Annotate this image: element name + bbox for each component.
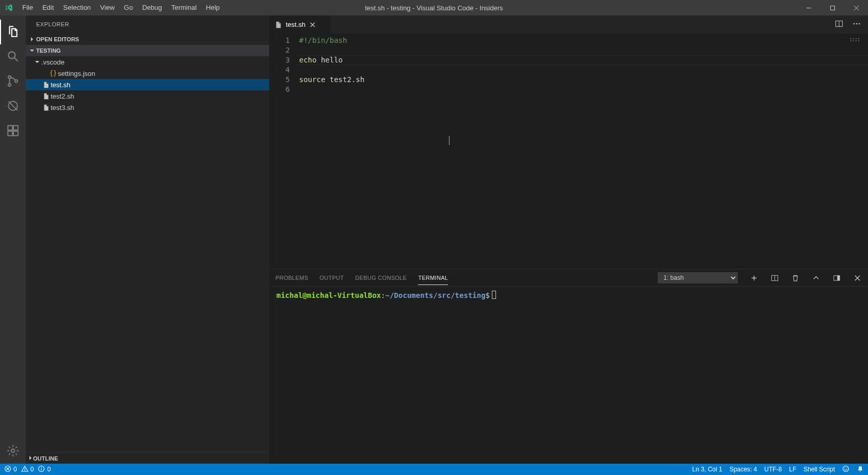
terminal-selector[interactable]: 1: bash xyxy=(658,272,738,283)
activity-extensions[interactable] xyxy=(0,119,26,144)
bell-icon xyxy=(857,465,864,474)
new-terminal-icon[interactable] xyxy=(749,274,758,282)
bottom-panel: PROBLEMS OUTPUT DEBUG CONSOLE TERMINAL 1… xyxy=(269,269,868,464)
svg-point-4 xyxy=(15,80,18,82)
window-maximize[interactable] xyxy=(820,0,844,15)
editor[interactable]: 123456 #!/bin/bashecho hellosource test2… xyxy=(269,34,868,269)
tree-item-label: .vscode xyxy=(41,58,65,66)
panel-tab-output[interactable]: OUTPUT xyxy=(320,275,344,281)
terminal-user-host: michal@michal-VirtualBox xyxy=(276,291,381,299)
file-tree: .vscode{}settings.jsontest.shtest2.shtes… xyxy=(26,56,269,452)
close-icon[interactable] xyxy=(308,22,317,28)
editor-tab-actions xyxy=(828,15,868,34)
sidebar-explorer: EXPLORER OPEN EDITORS TESTING .vscode{}s… xyxy=(26,15,269,464)
status-notifications[interactable] xyxy=(857,465,864,474)
text-cursor xyxy=(449,136,450,145)
kill-terminal-icon[interactable] xyxy=(791,274,800,282)
svg-point-30 xyxy=(843,466,849,471)
panel-close-icon[interactable] xyxy=(853,274,862,282)
svg-point-10 xyxy=(11,449,15,452)
activity-settings[interactable] xyxy=(0,439,26,464)
tree-folder[interactable]: .vscode xyxy=(26,56,269,68)
status-feedback[interactable] xyxy=(842,465,849,474)
menu-selection[interactable]: Selection xyxy=(58,0,95,15)
svg-point-3 xyxy=(8,84,11,86)
menu-go[interactable]: Go xyxy=(119,0,137,15)
code-line[interactable]: echo hello xyxy=(299,55,868,65)
panel-move-icon[interactable] xyxy=(832,274,841,282)
panel-tab-debug-console[interactable]: DEBUG CONSOLE xyxy=(355,275,407,281)
status-encoding[interactable]: UTF-8 xyxy=(764,466,782,473)
status-errors[interactable]: 0 xyxy=(4,465,17,474)
menu-edit[interactable]: Edit xyxy=(38,0,58,15)
split-terminal-icon[interactable] xyxy=(770,274,779,282)
code-line[interactable] xyxy=(299,85,868,94)
code-area[interactable]: #!/bin/bashecho hellosource test2.sh xyxy=(299,34,868,269)
tree-item-label: test3.sh xyxy=(51,104,74,112)
section-outline[interactable]: OUTLINE xyxy=(26,452,269,464)
svg-point-12 xyxy=(854,23,855,25)
gutter: 123456 xyxy=(269,34,299,269)
panel-tab-terminal[interactable]: TERMINAL xyxy=(418,275,448,285)
terminal[interactable]: michal@michal-VirtualBox:~/Documents/src… xyxy=(269,287,868,464)
more-icon[interactable] xyxy=(853,20,861,29)
svg-rect-6 xyxy=(8,125,12,130)
json-icon: {} xyxy=(49,70,58,77)
tree-item-label: settings.json xyxy=(58,70,95,77)
activity-search[interactable] xyxy=(0,44,26,69)
gear-icon xyxy=(6,444,20,459)
file-icon xyxy=(41,104,51,111)
chevron-right-icon xyxy=(28,37,36,42)
status-info-count: 0 xyxy=(47,466,51,473)
status-cursor[interactable]: Ln 3, Col 1 xyxy=(692,466,722,473)
status-bar: 0 0 0 Ln 3, Col 1 Spaces: 4 UTF-8 LF She… xyxy=(0,464,868,475)
git-icon xyxy=(6,74,20,89)
file-icon xyxy=(41,82,51,88)
menu-view[interactable]: View xyxy=(96,0,119,15)
activity-source-control[interactable] xyxy=(0,69,26,94)
code-line[interactable]: #!/bin/bash xyxy=(299,36,868,45)
smiley-icon xyxy=(842,465,849,474)
window-close[interactable] xyxy=(844,0,868,15)
menu-file[interactable]: File xyxy=(18,0,38,15)
code-line[interactable] xyxy=(299,65,868,75)
svg-point-32 xyxy=(846,467,847,468)
panel-tab-problems[interactable]: PROBLEMS xyxy=(275,275,308,281)
line-number: 5 xyxy=(269,75,299,85)
terminal-sep: : xyxy=(381,291,385,299)
menu-terminal[interactable]: Terminal xyxy=(166,0,201,15)
svg-rect-25 xyxy=(837,275,840,280)
section-open-editors-label: OPEN EDITORS xyxy=(36,36,79,42)
window-controls xyxy=(797,0,868,15)
tree-file[interactable]: {}settings.json xyxy=(26,68,269,79)
svg-point-31 xyxy=(844,467,845,468)
search-icon xyxy=(6,50,20,65)
section-open-editors[interactable]: OPEN EDITORS xyxy=(26,34,269,45)
section-project[interactable]: TESTING xyxy=(26,45,269,56)
code-line[interactable]: source test2.sh xyxy=(299,75,868,85)
code-line[interactable] xyxy=(299,45,868,55)
line-number: 6 xyxy=(269,85,299,94)
tree-file[interactable]: test.sh xyxy=(26,79,269,90)
status-warnings[interactable]: 0 xyxy=(21,465,34,474)
status-info[interactable]: 0 xyxy=(38,465,51,474)
status-language[interactable]: Shell Script xyxy=(803,466,835,473)
activity-explorer[interactable] xyxy=(0,20,26,44)
split-editor-icon[interactable] xyxy=(835,20,843,29)
status-spaces[interactable]: Spaces: 4 xyxy=(730,466,757,473)
tree-item-label: test2.sh xyxy=(51,92,74,100)
editor-tab-active[interactable]: test.sh xyxy=(269,15,331,34)
tree-file[interactable]: test2.sh xyxy=(26,90,269,102)
activity-debug[interactable] xyxy=(0,94,26,119)
chevron-right-icon xyxy=(28,455,33,462)
chevron-down-icon xyxy=(28,48,36,53)
window-minimize[interactable] xyxy=(797,0,820,15)
panel-maximize-icon[interactable] xyxy=(811,274,820,282)
status-eol[interactable]: LF xyxy=(789,466,796,473)
files-icon xyxy=(6,25,20,40)
menu-help[interactable]: Help xyxy=(202,0,225,15)
title-bar: File Edit Selection View Go Debug Termin… xyxy=(0,0,868,15)
svg-rect-0 xyxy=(830,6,834,10)
menu-debug[interactable]: Debug xyxy=(137,0,166,15)
tree-file[interactable]: test3.sh xyxy=(26,102,269,113)
